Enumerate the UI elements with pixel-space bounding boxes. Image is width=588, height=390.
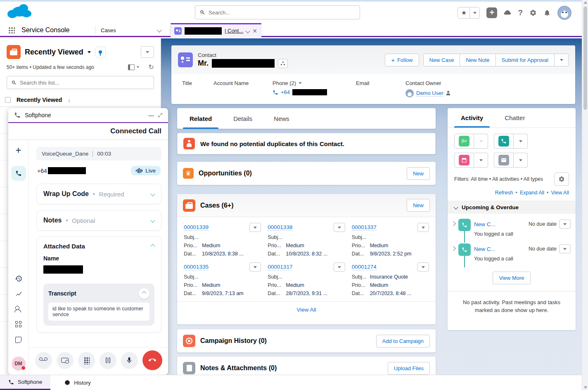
view-all-cases-link[interactable]: View All	[296, 307, 316, 313]
case-number-link[interactable]: 00001338	[268, 224, 292, 231]
tab-related[interactable]: Related	[179, 108, 223, 129]
stats-icon[interactable]	[14, 290, 23, 298]
opportunities-title[interactable]: Opportunities (0)	[199, 170, 252, 177]
campaign-history-title[interactable]: Campaign History (0)	[200, 337, 267, 345]
new-note-button[interactable]: New Note	[460, 54, 496, 66]
chevron-down-icon[interactable]	[246, 28, 250, 33]
email-dropdown[interactable]	[514, 153, 528, 168]
notes-collapser[interactable]: Notes • Optional	[36, 210, 161, 231]
upload-files-button[interactable]: Upload Files	[388, 362, 430, 375]
case-actions-dropdown[interactable]	[334, 262, 345, 272]
new-event-button[interactable]	[454, 153, 474, 168]
case-number-link[interactable]: 00001335	[184, 264, 209, 270]
change-owner-icon[interactable]	[446, 91, 451, 96]
global-actions-button[interactable]: +	[486, 7, 497, 18]
help-icon[interactable]: ?	[518, 8, 523, 17]
case-number-link[interactable]: 00001317	[268, 264, 292, 270]
expand-item-chevron[interactable]	[451, 221, 455, 226]
app-launcher-icon[interactable]	[8, 27, 15, 33]
case-subject-link[interactable]: Insurance Quote	[370, 274, 408, 280]
event-dropdown[interactable]	[474, 153, 488, 168]
trailhead-icon[interactable]	[504, 9, 511, 17]
agent-avatar[interactable]: DM	[12, 357, 26, 371]
refresh-link[interactable]: Refresh	[495, 190, 513, 196]
case-actions-dropdown[interactable]	[249, 223, 261, 232]
view-hierarchy-button[interactable]	[278, 59, 288, 68]
log-a-call-button[interactable]	[494, 134, 514, 149]
utility-softphone-tab[interactable]: Softphone	[0, 375, 50, 390]
column-header[interactable]: Recently Viewed	[17, 97, 62, 103]
new-case-button[interactable]: New	[407, 199, 430, 212]
window-scrollbar[interactable]	[582, 0, 588, 390]
owner-link[interactable]: Demo User	[416, 90, 443, 97]
close-tab-icon[interactable]: ✕	[252, 28, 257, 34]
timeline-item-link[interactable]: New C...	[474, 246, 496, 252]
case-actions-dropdown[interactable]	[249, 262, 261, 272]
case-number-link[interactable]: 00001337	[352, 224, 377, 231]
cases-title[interactable]: Cases (6+)	[200, 202, 234, 209]
expand-all-link[interactable]: Expand All	[520, 190, 544, 196]
hold-call-button[interactable]	[100, 352, 116, 369]
timeline-item-dropdown[interactable]	[559, 220, 571, 229]
end-call-button[interactable]	[142, 350, 162, 370]
timeline-item-link[interactable]: New C...	[474, 221, 496, 227]
list-search[interactable]: 🔍︎	[7, 76, 154, 89]
view-more-button[interactable]: View More	[493, 272, 530, 284]
phone-value[interactable]: +64	[281, 89, 290, 95]
submit-for-approval-button[interactable]: Submit for Approval	[496, 54, 555, 66]
case-number-link[interactable]: 00001339	[184, 224, 209, 231]
activity-filters-gear-button[interactable]	[554, 173, 569, 186]
scrollbar-thumb[interactable]	[583, 7, 587, 110]
cases-tab-chevron[interactable]	[158, 23, 161, 37]
call-history-icon[interactable]	[14, 274, 23, 283]
pin-list-button[interactable]	[95, 47, 106, 57]
upcoming-overdue-header[interactable]: Upcoming & Overdue	[448, 201, 576, 214]
agents-icon[interactable]	[14, 305, 23, 313]
dialpad-button[interactable]	[78, 352, 95, 369]
list-view-selector-chevron[interactable]	[88, 51, 91, 53]
star-icon[interactable]: ★	[458, 7, 469, 18]
call-dropdown[interactable]	[514, 134, 528, 149]
record-call-button[interactable]	[57, 352, 74, 369]
task-dropdown[interactable]	[474, 134, 488, 149]
display-as-icon[interactable]	[128, 64, 135, 70]
utility-history-tab[interactable]: History	[56, 375, 99, 390]
global-search-input[interactable]	[209, 9, 356, 16]
email-button[interactable]	[494, 153, 514, 168]
follow-button[interactable]: +Follow	[385, 54, 419, 66]
global-search[interactable]: 🔍︎	[195, 5, 360, 19]
minimize-icon[interactable]: —	[149, 112, 154, 118]
apps-grid-icon[interactable]	[14, 320, 23, 329]
sort-desc-icon[interactable]: ↓	[68, 97, 71, 103]
scroll-down-arrow[interactable]	[584, 386, 587, 389]
more-actions-dropdown[interactable]	[555, 54, 569, 66]
refresh-icon[interactable]: ↻	[149, 63, 154, 71]
mute-microphone-button[interactable]	[121, 352, 138, 369]
case-actions-dropdown[interactable]	[417, 223, 429, 232]
list-actions-dropdown[interactable]	[141, 46, 154, 58]
case-number-link[interactable]: 00001274	[352, 264, 377, 270]
tab-chatter[interactable]: Chatter	[494, 108, 536, 128]
scroll-up-arrow[interactable]	[584, 1, 587, 4]
expand-item-chevron[interactable]	[451, 246, 455, 251]
select-all-checkbox[interactable]	[5, 97, 11, 103]
tab-contact[interactable]: | Cont... ✕	[171, 23, 261, 37]
list-search-input[interactable]	[20, 80, 149, 86]
new-opportunity-button[interactable]: New	[407, 167, 430, 180]
view-all-link[interactable]: View All	[551, 190, 569, 196]
collapse-icon[interactable]	[150, 244, 155, 248]
phone-dropdown-chevron[interactable]	[299, 82, 301, 84]
new-task-button[interactable]	[454, 134, 474, 149]
add-call-icon[interactable]: +	[15, 145, 21, 155]
add-to-campaign-button[interactable]: Add to Campaign	[376, 335, 430, 347]
popout-icon[interactable]: ⤢	[158, 112, 162, 118]
notification-bell-icon[interactable]	[543, 9, 551, 17]
tab-news[interactable]: News	[263, 108, 300, 129]
case-actions-dropdown[interactable]	[417, 262, 429, 272]
tab-cases[interactable]: Cases	[101, 23, 163, 37]
setup-gear-icon[interactable]	[529, 9, 537, 17]
user-avatar[interactable]	[557, 6, 571, 20]
timeline-item-dropdown[interactable]	[559, 244, 571, 253]
case-actions-dropdown[interactable]	[334, 223, 345, 232]
active-call-tab-icon[interactable]	[11, 166, 26, 181]
